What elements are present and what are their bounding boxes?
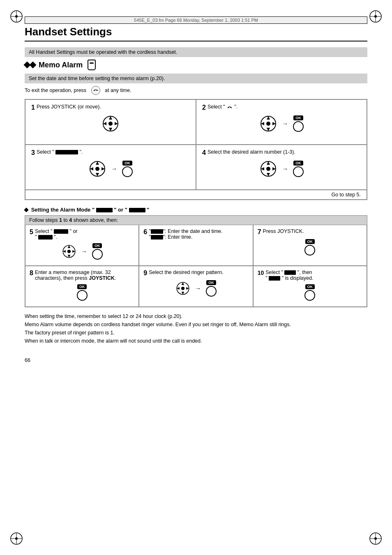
step10-word2 — [269, 276, 280, 281]
step-2-cell: 2 Select " ". → OK — [196, 99, 367, 145]
step-5-text: Select " " or" ". — [35, 228, 78, 240]
exit-line: To exit the operation, press at any time… — [25, 86, 367, 95]
svg-point-15 — [374, 537, 377, 540]
step-6-cell: 6 "": Enter the date and time. "": Enter… — [139, 225, 253, 266]
alarm-mode-section: Setting the Alarm Mode " " or " " Follow… — [25, 205, 367, 307]
step-9-number: 9 — [143, 269, 147, 277]
step-5-number: 5 — [30, 228, 33, 236]
phone-icon — [88, 60, 96, 70]
step-9-joystick: → OK — [143, 280, 248, 297]
alarm-mode-heading: Setting the Alarm Mode " " or " " — [25, 205, 367, 213]
svg-point-3 — [15, 15, 18, 18]
step-10-joystick: OK — [258, 284, 362, 301]
arrow-right-icon-4: → — [282, 166, 288, 172]
step-4-joystick: → OK — [202, 160, 361, 178]
handset-note: All Handset Settings must be operated wi… — [25, 47, 367, 57]
arrow-right-icon-2: → — [282, 120, 288, 127]
svg-point-27 — [266, 122, 270, 126]
note-3: The factory preset of ringer pattern is … — [25, 329, 367, 337]
date-time-note: Set the date and time before setting the… — [25, 74, 367, 83]
step-8-text: Enter a memo message (max. 32 characters… — [35, 269, 134, 281]
step-8-number: 8 — [30, 269, 33, 277]
alarm-mode-word1 — [96, 208, 113, 212]
note-4: When in talk or intercom mode, the alarm… — [25, 337, 367, 345]
corner-decoration-br — [367, 530, 384, 547]
small-diamond-icon — [24, 207, 28, 212]
page-title: Handset Settings — [25, 25, 367, 41]
ok-button-7: OK — [304, 239, 315, 256]
ok-button-10: OK — [304, 284, 315, 301]
step-1-joystick — [31, 115, 190, 133]
step-8-cell: 8 Enter a memo message (max. 32 characte… — [25, 266, 139, 307]
arrow-right-icon-3: → — [111, 166, 117, 172]
alarm-mode-word2 — [129, 208, 145, 212]
memo-alarm-heading: Memo Alarm — [25, 60, 367, 70]
step5-text2 — [38, 235, 53, 240]
diamond-bullets — [25, 62, 35, 67]
step-1-cell: 1 Press JOYSTICK (or move). — [25, 99, 196, 145]
svg-point-33 — [95, 167, 99, 171]
ok-button-3: OK — [122, 161, 133, 177]
step-6-number: 6 — [143, 228, 147, 236]
arrow-right-icon-5: → — [81, 248, 87, 255]
note-1: When setting the time, remember to selec… — [25, 312, 367, 320]
alarm-mode-box: Follow steps 1 to 4 shown above, then: 5… — [25, 215, 367, 307]
diamond-icon-2 — [30, 62, 37, 69]
step-10-number: 10 — [258, 269, 264, 276]
step-5-cell: 5 Select " " or" ". — [25, 225, 139, 266]
ok-button-9: OK — [206, 280, 217, 297]
steps-5-7-grid: 5 Select " " or" ". — [25, 225, 367, 266]
step-7-number: 7 — [258, 228, 261, 236]
step-1-text: Press JOYSTICK (or move). — [37, 104, 101, 110]
svg-point-51 — [181, 287, 184, 290]
step-7-joystick: OK — [258, 239, 362, 256]
step-3-number: 3 — [31, 149, 35, 157]
step5-text1 — [54, 229, 68, 234]
step-2-number: 2 — [202, 104, 206, 111]
step-1-number: 1 — [31, 104, 35, 111]
ok-button-5: OK — [92, 243, 103, 260]
main-instruction-grid: 1 Press JOYSTICK (or move). 2 Select " — [25, 99, 367, 200]
step-4-text: Select the desired alarm number (1-3). — [208, 149, 295, 155]
step-8-joystick: OK — [30, 284, 134, 301]
svg-point-39 — [266, 167, 270, 171]
step-3-blacked-text — [55, 150, 78, 154]
page-number: 66 — [25, 357, 367, 363]
arrow-right-icon-9: → — [195, 285, 201, 292]
follow-steps-bar: Follow steps 1 to 4 shown above, then: — [25, 216, 367, 225]
step-9-cell: 9 Select the desired ringer pattern. → — [139, 266, 253, 307]
step-10-text: Select " ", then" " is displayed. — [265, 269, 313, 281]
step-3-joystick: → OK — [31, 160, 190, 178]
step-3-text: Select " ". — [37, 149, 83, 155]
step-7-cell: 7 Press JOYSTICK. OK — [253, 225, 367, 266]
corner-decoration-tl — [8, 8, 25, 25]
step-2-text: Select " ". — [208, 104, 238, 111]
svg-point-21 — [108, 122, 113, 126]
ok-button-2: OK — [293, 115, 304, 132]
step6-word1 — [151, 229, 163, 234]
step6-word2 — [151, 235, 163, 240]
step-4-number: 4 — [202, 149, 206, 157]
end-button-icon — [91, 86, 100, 95]
step-3-cell: 3 Select " ". → OK — [25, 145, 196, 190]
steps-8-10-grid: 8 Enter a memo message (max. 32 characte… — [25, 266, 367, 307]
corner-decoration-bl — [8, 530, 25, 547]
step-2-joystick: → OK — [202, 115, 361, 133]
step-10-cell: 10 Select " ", then" " is displayed. OK — [253, 266, 367, 307]
step10-word1 — [284, 270, 296, 275]
step-5-joystick: → OK — [30, 243, 134, 260]
step-6-text: "": Enter the date and time. "": Enter t… — [149, 228, 222, 240]
step-4-cell: 4 Select the desired alarm number (1-3).… — [196, 145, 367, 190]
goto-step5-cell: Go to step 5. — [25, 190, 367, 200]
step-9-text: Select the desired ringer pattern. — [149, 269, 223, 275]
svg-point-7 — [374, 15, 377, 18]
ok-button-8: OK — [77, 284, 88, 301]
notes-section: When setting the time, remember to selec… — [25, 312, 367, 345]
step-7-text: Press JOYSTICK. — [263, 228, 304, 234]
header-bar: 545E_E_03.fm Page 66 Monday, September 1… — [25, 16, 367, 24]
svg-point-45 — [67, 250, 71, 253]
svg-point-11 — [15, 537, 18, 540]
corner-decoration-tr — [367, 8, 384, 25]
ok-button-4: OK — [293, 161, 304, 177]
note-2: Memo Alarm volume depends on cordless ha… — [25, 320, 367, 329]
